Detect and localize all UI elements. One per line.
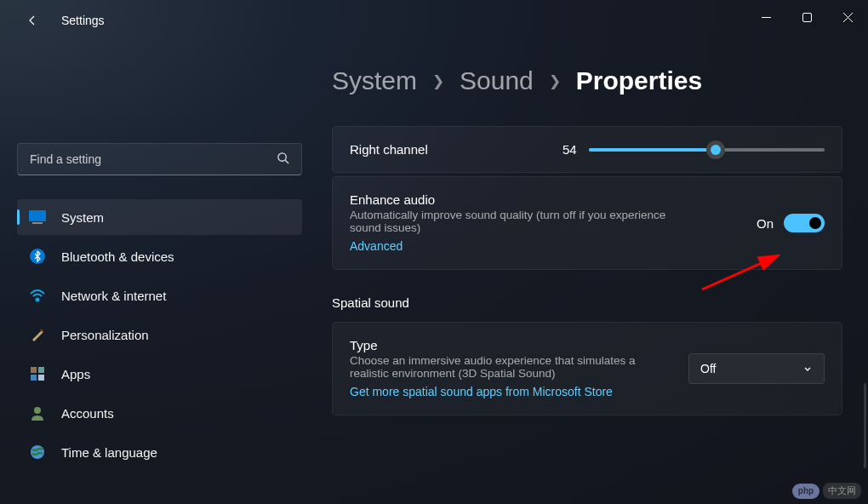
dropdown-selected: Off (700, 362, 716, 375)
enhance-audio-title: Enhance audio (350, 192, 757, 207)
sidebar-item-label: Personalization (61, 328, 149, 342)
scrollbar[interactable] (864, 383, 866, 468)
apps-icon (29, 365, 46, 382)
right-channel-value: 54 (562, 142, 577, 157)
system-icon (29, 209, 46, 226)
close-icon (843, 13, 853, 22)
svg-point-4 (278, 152, 286, 160)
slider-thumb[interactable] (706, 140, 725, 159)
svg-rect-1 (802, 13, 811, 21)
svg-line-5 (285, 160, 288, 163)
breadcrumb-system[interactable]: System (332, 66, 417, 95)
sidebar-item-label: System (61, 210, 104, 225)
chevron-right-icon: ❯ (549, 72, 561, 90)
search-input[interactable] (30, 152, 277, 166)
brush-icon (29, 326, 46, 343)
sidebar-item-label: Bluetooth & devices (61, 249, 174, 264)
chevron-down-icon (802, 364, 813, 374)
chevron-right-icon: ❯ (432, 72, 444, 90)
enhance-audio-advanced-link[interactable]: Advanced (350, 239, 403, 253)
spatial-type-title: Type (350, 338, 663, 352)
svg-point-9 (37, 299, 39, 301)
enhance-audio-desc: Automatically improve sound quality (tur… (350, 209, 673, 234)
right-channel-card: Right channel 54 (332, 126, 842, 173)
sidebar-item-label: Apps (61, 367, 90, 381)
back-arrow-icon (26, 14, 39, 27)
window-controls (745, 0, 868, 34)
sidebar-item-system[interactable]: System (17, 199, 302, 235)
titlebar: Settings (0, 0, 868, 41)
sidebar-item-time[interactable]: Time & language (17, 434, 302, 470)
sidebar-item-accounts[interactable]: Accounts (17, 395, 302, 431)
svg-rect-13 (38, 375, 44, 381)
svg-rect-7 (32, 222, 43, 224)
spatial-sound-header: Spatial sound (332, 295, 842, 310)
window-title: Settings (61, 14, 105, 27)
sidebar-item-personalization[interactable]: Personalization (17, 317, 302, 352)
breadcrumb: System ❯ Sound ❯ Properties (332, 66, 842, 95)
toggle-state-label: On (757, 216, 774, 231)
minimize-icon (762, 13, 771, 22)
svg-rect-6 (29, 210, 46, 221)
right-channel-label: Right channel (350, 142, 562, 157)
sidebar-item-bluetooth[interactable]: Bluetooth & devices (17, 238, 302, 274)
bluetooth-icon (29, 248, 46, 265)
nav-list: System Bluetooth & devices Network & int… (17, 199, 302, 470)
maximize-button[interactable] (786, 0, 827, 34)
back-button[interactable] (17, 5, 48, 36)
minimize-button[interactable] (745, 0, 786, 34)
sidebar: System Bluetooth & devices Network & int… (0, 41, 315, 504)
globe-icon (29, 444, 46, 461)
spatial-store-link[interactable]: Get more spatial sound apps from Microso… (350, 385, 613, 398)
breadcrumb-properties: Properties (576, 66, 702, 95)
sidebar-item-label: Accounts (61, 406, 114, 421)
right-channel-slider[interactable] (589, 148, 825, 152)
breadcrumb-sound[interactable]: Sound (460, 66, 534, 95)
svg-rect-10 (31, 367, 37, 373)
spatial-type-desc: Choose an immersive audio experience tha… (350, 354, 663, 380)
search-box[interactable] (17, 143, 302, 175)
enhance-audio-card: Enhance audio Automatically improve soun… (332, 176, 842, 270)
sidebar-item-network[interactable]: Network & internet (17, 278, 302, 313)
sidebar-item-label: Time & language (61, 445, 157, 460)
maximize-icon (802, 13, 812, 22)
svg-point-15 (31, 445, 44, 459)
search-icon (277, 152, 289, 168)
svg-rect-11 (38, 367, 44, 373)
svg-rect-12 (31, 375, 37, 381)
wifi-icon (29, 287, 46, 304)
svg-point-14 (34, 407, 41, 414)
content-area: System ❯ Sound ❯ Properties Right channe… (315, 41, 868, 504)
sidebar-item-apps[interactable]: Apps (17, 356, 302, 392)
spatial-type-dropdown[interactable]: Off (688, 353, 825, 384)
person-icon (29, 404, 46, 421)
spatial-type-card: Type Choose an immersive audio experienc… (332, 322, 842, 415)
close-button[interactable] (827, 0, 868, 34)
sidebar-item-label: Network & internet (61, 289, 166, 303)
enhance-audio-toggle[interactable] (784, 214, 825, 232)
